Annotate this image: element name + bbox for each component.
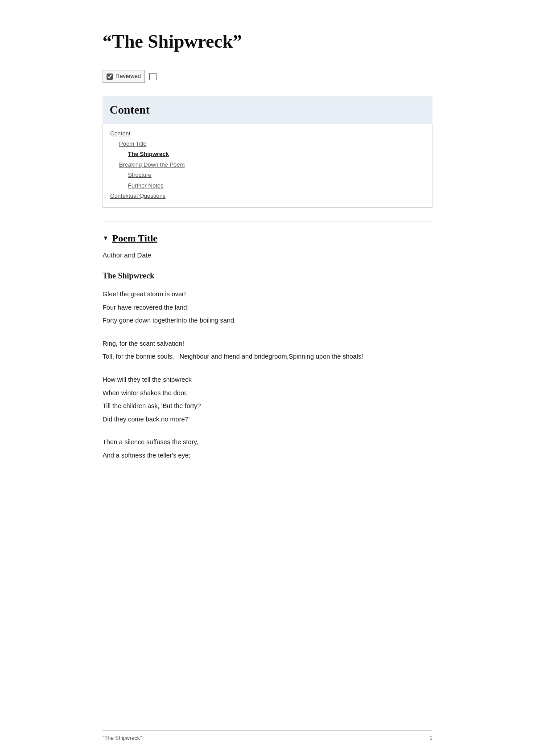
poem-line: Did they come back no more?'	[103, 413, 432, 426]
reviewed-checkbox[interactable]	[107, 74, 113, 80]
nav-item-contextual[interactable]: Contextual Questions	[110, 191, 425, 201]
content-heading: Content	[110, 103, 150, 116]
stanza-4: Then a silence suffuses the story, And a…	[103, 436, 432, 462]
poem-line: Then a silence suffuses the story,	[103, 436, 432, 449]
page: “The Shipwreck” Reviewed Content Content…	[67, 0, 468, 756]
poem-heading: The Shipwreck	[103, 270, 432, 282]
poem-line: Glee! the great storm is over!	[103, 288, 432, 301]
poem-line: Four have recovered the land;	[103, 302, 432, 314]
page-title: “The Shipwreck”	[103, 27, 432, 57]
poem-line: And a softness the teller's eye;	[103, 450, 432, 462]
poem-line: Till the children ask, 'But the forty?	[103, 400, 432, 413]
poem-line: When winter shakes the door,	[103, 387, 432, 400]
reviewed-checkbox-wrapper[interactable]: Reviewed	[103, 70, 145, 83]
nav-item-content[interactable]: Content	[110, 128, 425, 139]
poem-title-heading-row: ▼ Poem Title	[103, 230, 432, 246]
footer-title: "The Shipwreck"	[103, 734, 142, 743]
poem-line: Toll, for the bonnie souls, –Neighbour a…	[103, 351, 432, 363]
nav-item-the-shipwreck[interactable]: The Shipwreck	[128, 149, 425, 159]
poem-line: Forty gone down togetherInto the boiling…	[103, 315, 432, 327]
stanza-1: Glee! the great storm is over! Four have…	[103, 288, 432, 327]
nav-item-further-notes[interactable]: Further Notes	[128, 180, 425, 191]
nav-item-poem-title[interactable]: Poem Title	[119, 139, 425, 149]
content-nav: Content Poem Title The Shipwreck Breakin…	[103, 124, 432, 208]
author-date-subheading: Author and Date	[103, 250, 432, 261]
poem-line: Ring, for the scant salvation!	[103, 338, 432, 350]
stanza-3: How will they tell the shipwreck When wi…	[103, 374, 432, 425]
reviewed-row: Reviewed	[103, 70, 432, 83]
footer-page: 1	[429, 734, 432, 743]
footer: "The Shipwreck" 1	[103, 730, 432, 743]
stanza-2: Ring, for the scant salvation! Toll, for…	[103, 338, 432, 363]
reviewed-label: Reviewed	[115, 72, 141, 81]
nav-item-structure[interactable]: Structure	[128, 170, 425, 180]
section-divider	[103, 221, 432, 221]
triangle-icon: ▼	[103, 233, 109, 243]
content-header: Content	[103, 96, 432, 124]
poem-title-heading: Poem Title	[112, 230, 157, 246]
empty-checkbox[interactable]	[149, 73, 156, 80]
poem-line: How will they tell the shipwreck	[103, 374, 432, 386]
content-section: Content Content Poem Title The Shipwreck…	[103, 96, 432, 208]
nav-item-breaking-down[interactable]: Breaking Down the Poem	[119, 159, 425, 170]
